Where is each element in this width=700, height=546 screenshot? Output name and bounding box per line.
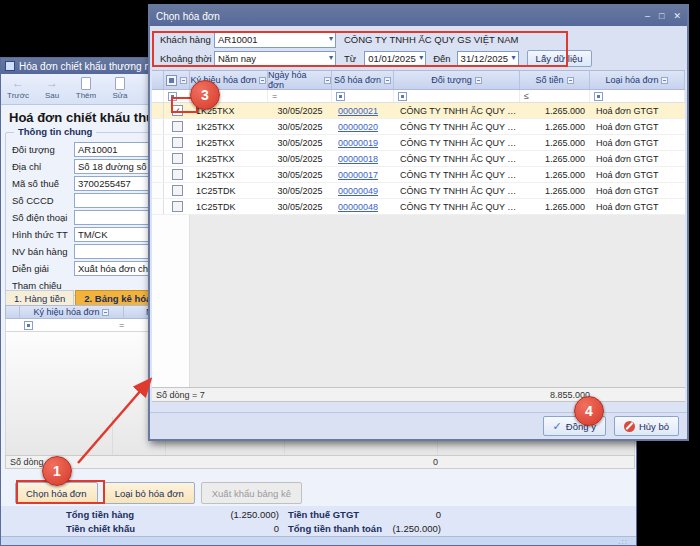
maximize-icon[interactable]: □	[659, 11, 664, 21]
dialog-grid-filter-row[interactable]: =≤	[152, 90, 685, 103]
cell-ind	[152, 119, 164, 134]
row-checkbox[interactable]	[172, 169, 183, 180]
field-label: Tham chiếu	[12, 280, 74, 291]
total-value: 0	[331, 509, 441, 520]
invoice-row[interactable]: ✓1K25TKX30/05/202500000021CÔNG TY TNHH Ắ…	[152, 103, 685, 119]
huy-bo-button[interactable]: Hủy bỏ	[614, 416, 679, 436]
field-label: Đối tượng	[12, 144, 74, 155]
filter-checkbox-icon[interactable]	[398, 92, 407, 101]
invoice-number-link[interactable]: 00000018	[338, 154, 378, 164]
column-header-ky-hieu[interactable]: Ký hiệu hóa đơn	[20, 306, 124, 318]
column-filter-icon[interactable]	[384, 77, 391, 84]
column-filter-icon[interactable]	[259, 77, 266, 84]
column-header-customer[interactable]: Đối tượng	[394, 71, 520, 89]
column-header-type[interactable]: Loại hóa đơn	[590, 71, 685, 89]
tab-hang-tien[interactable]: 1. Hàng tiền	[5, 290, 74, 305]
invoice-number-link[interactable]: 00000048	[338, 202, 378, 212]
invoice-row[interactable]: 1K25TKX30/05/202500000019CÔNG TY TNHH ẮC…	[152, 135, 685, 151]
column-header-label: Ngày hóa đơn	[268, 71, 321, 89]
row-checkbox[interactable]	[172, 153, 183, 164]
loai-bo-hoa-don-button[interactable]: Loại bỏ hóa đơn	[104, 482, 195, 504]
invoice-number-link[interactable]: 00000019	[338, 138, 378, 148]
column-filter-icon[interactable]	[661, 77, 668, 84]
cell-ind	[152, 151, 164, 166]
column-filter-icon[interactable]	[180, 77, 187, 84]
invoice-row[interactable]: 1K25TKX30/05/202500000020CÔNG TY TNHH ẮC…	[152, 119, 685, 135]
column-header-amount[interactable]: Số tiền	[520, 71, 590, 89]
cell-customer: CÔNG TY TNHH ẮC QUY GS VIỆT NAM	[394, 199, 520, 214]
row-checkbox[interactable]	[172, 121, 183, 132]
row-checkbox[interactable]	[172, 185, 183, 196]
cell-chk	[164, 167, 190, 182]
row-indicator-header	[152, 71, 164, 89]
minimize-icon[interactable]: –	[645, 11, 650, 21]
column-header-date[interactable]: Ngày hóa đơn	[268, 71, 332, 89]
invoice-number-link[interactable]: 00000021	[338, 106, 378, 116]
edit-document-icon	[115, 77, 125, 90]
column-filter-icon[interactable]	[102, 309, 109, 316]
annotation-step-3: 3	[190, 80, 220, 110]
filter-cell-date[interactable]: =	[268, 90, 332, 102]
column-filter-icon[interactable]	[567, 77, 574, 84]
column-header-label: Số tiền	[535, 75, 563, 85]
filter-checkbox-icon[interactable]	[24, 321, 33, 330]
dialog-titlebar: Chọn hóa đơn – □ ✕	[150, 6, 687, 26]
toolbar-item-label: Sau	[45, 91, 59, 100]
annotation-step-4: 4	[574, 396, 604, 426]
select-all-header[interactable]	[164, 71, 190, 89]
row-checkbox[interactable]	[172, 137, 183, 148]
cell-customer: CÔNG TY TNHH ẮC QUY GS VIỆT NAM	[394, 183, 520, 198]
cell-symbol: 1C25TDK	[190, 183, 268, 198]
filter-cell-customer[interactable]	[394, 90, 520, 102]
dialog-title: Chọn hóa đơn	[156, 11, 220, 22]
toolbar-item-label: Trước	[7, 91, 29, 100]
toolbar-item-label: Sửa	[112, 91, 127, 100]
cell-symbol: 1K25TKX	[190, 135, 268, 150]
cell-symbol: 1C25TDK	[190, 199, 268, 214]
toolbar-item-edit-document[interactable]: Sửa	[107, 76, 133, 100]
cell-number: 00000019	[332, 135, 394, 150]
select-all-checkbox[interactable]	[166, 75, 177, 86]
cell-type: Hoá đơn GTGT	[590, 119, 685, 134]
cell-ind	[152, 199, 164, 214]
filter-checkbox-icon[interactable]	[336, 92, 345, 101]
column-filter-icon[interactable]	[324, 77, 331, 84]
close-icon[interactable]: ✕	[673, 11, 681, 21]
resize-grip[interactable]: .::	[618, 537, 628, 546]
cell-amount: 1.265.000	[520, 151, 590, 166]
invoice-row[interactable]: 1K25TKX30/05/202500000018CÔNG TY TNHH ẮC…	[152, 151, 685, 167]
filter-checkbox-icon[interactable]	[594, 92, 603, 101]
filter-equals-icon[interactable]: =	[119, 320, 124, 330]
cell-date: 30/05/2025	[268, 119, 332, 134]
invoice-row[interactable]: 1C25TDK30/05/202500000049CÔNG TY TNHH ẮC…	[152, 183, 685, 199]
xuat-khau-bang-ke-button[interactable]: Xuất khẩu bảng kê	[201, 482, 302, 504]
dialog-grid: Ký hiệu hóa đơnNgày hóa đơnSố hóa đơnĐối…	[152, 70, 685, 402]
cell-number: 00000048	[332, 199, 394, 214]
cell-ind	[152, 167, 164, 182]
invoice-number-link[interactable]: 00000049	[338, 186, 378, 196]
row-checkbox[interactable]	[172, 201, 183, 212]
toolbar-item-forward[interactable]: →Sau	[39, 76, 65, 100]
cell-date: 30/05/2025	[268, 135, 332, 150]
screenshot-canvas: Hóa đơn chiết khấu thương mại - CÔNG TY …	[0, 0, 700, 546]
main-grid-footer: Số dòng = 0 0	[5, 455, 635, 469]
toolbar-item-add-document[interactable]: Thêm	[73, 76, 99, 100]
dialog-row-count: Số dòng = 7	[156, 390, 205, 400]
cell-type: Hoá đơn GTGT	[590, 151, 685, 166]
invoice-row[interactable]: 1C25TDK30/05/202500000048CÔNG TY TNHH ẮC…	[152, 199, 685, 215]
invoice-row[interactable]: 1K25TKX30/05/202500000017CÔNG TY TNHH ẮC…	[152, 167, 685, 183]
filter-cell-amount[interactable]: ≤	[520, 90, 590, 102]
annotation-rect-filter	[152, 31, 568, 67]
cell-customer: CÔNG TY TNHH ẮC QUY GS VIỆT NAM	[394, 119, 520, 134]
edit-document-icon	[115, 76, 125, 90]
invoice-number-link[interactable]: 00000017	[338, 170, 378, 180]
filter-cell-type[interactable]	[590, 90, 685, 102]
cell-type: Hoá đơn GTGT	[590, 199, 685, 214]
toolbar-item-back[interactable]: ←Trước	[5, 76, 31, 100]
cell-symbol: 1K25TKX	[190, 151, 268, 166]
column-header-number[interactable]: Số hóa đơn	[332, 71, 394, 89]
filter-cell-number[interactable]	[332, 90, 394, 102]
invoice-number-link[interactable]: 00000020	[338, 122, 378, 132]
total-value: (1.250.000)	[331, 523, 441, 534]
column-filter-icon[interactable]	[475, 77, 482, 84]
